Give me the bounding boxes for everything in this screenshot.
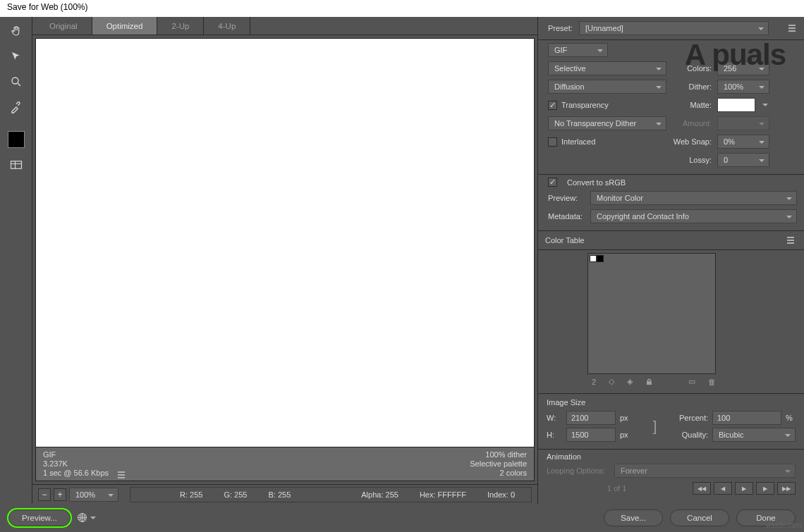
info-dither: 100% dither [470, 450, 527, 459]
width-unit: px [620, 414, 635, 422]
zoom-value: 100% [75, 490, 95, 499]
color-swatch-white[interactable] [590, 255, 597, 262]
preset-value: [Unnamed] [585, 24, 623, 32]
dither-label: Dither: [672, 82, 712, 91]
svg-point-0 [12, 78, 18, 84]
looping-label: Looping Options: [547, 466, 609, 475]
colors-dropdown[interactable]: 256 [717, 61, 769, 75]
color-table-title: Color Table [545, 236, 584, 245]
ct-shift-icon[interactable]: ◈ [627, 377, 633, 386]
percent-input[interactable]: 100 [712, 411, 781, 425]
prev-frame-button[interactable]: ◀ [714, 482, 732, 495]
done-button[interactable]: Done [736, 509, 796, 526]
last-frame-button[interactable]: ▶▶ [777, 482, 796, 495]
info-palette: Selective palette [470, 459, 527, 469]
cancel-button[interactable]: Cancel [670, 509, 729, 526]
color-reduction-dropdown[interactable]: Selective [548, 61, 666, 75]
percent-unit: % [786, 414, 796, 422]
first-frame-button[interactable]: ◀◀ [693, 482, 711, 495]
zoom-in-button[interactable]: + [54, 488, 66, 501]
convert-srgb-label: Convert to sRGB [567, 178, 626, 187]
zoom-level-dropdown[interactable]: 100% [69, 488, 118, 502]
preview-dropdown[interactable]: Monitor Color [590, 191, 797, 205]
transparency-checkbox[interactable] [548, 101, 557, 110]
frame-nav: ◀◀ ◀ ▶ ▶ ▶▶ [693, 482, 796, 495]
eyedropper-color-swatch[interactable] [8, 131, 25, 148]
tab-original[interactable]: Original [35, 17, 92, 35]
preview-value: Monitor Color [597, 194, 643, 202]
preset-dropdown[interactable]: [Unnamed] [579, 21, 769, 35]
height-input[interactable]: 1500 [566, 428, 616, 442]
interlaced-checkbox[interactable] [548, 137, 557, 147]
quality-dropdown[interactable]: Bicubic [712, 428, 796, 442]
matte-swatch[interactable] [717, 98, 755, 112]
tool-strip [0, 17, 32, 504]
ct-lock-icon[interactable]: 🔒︎ [645, 378, 653, 386]
preview-label: Preview: [548, 194, 585, 202]
status-alpha: Alpha: 255 [361, 490, 398, 499]
tab-2up[interactable]: 2-Up [157, 17, 204, 35]
lossy-label: Lossy: [672, 156, 712, 164]
status-r: R: 255 [180, 490, 202, 499]
toggle-slices-icon[interactable] [6, 156, 26, 173]
preset-menu-icon[interactable] [786, 22, 798, 35]
pixel-info: R: 255 G: 255 B: 255 Alpha: 255 Hex: FFF… [130, 487, 532, 502]
color-table-grid[interactable] [587, 253, 716, 374]
info-colors: 2 colors [470, 469, 527, 478]
slice-select-tool-icon[interactable] [6, 48, 26, 65]
tab-optimized[interactable]: Optimized [92, 17, 158, 35]
ct-new-icon[interactable]: ▭ [688, 377, 695, 386]
eyedropper-tool-icon[interactable] [6, 99, 26, 116]
websnap-value: 0% [724, 137, 735, 146]
transparency-label: Transparency [561, 101, 609, 109]
browser-icon[interactable]: 🌐︎ [78, 512, 87, 524]
colors-label: Colors: [672, 64, 712, 73]
status-g: G: 255 [224, 490, 247, 499]
file-type-dropdown[interactable]: GIF [548, 43, 608, 57]
websnap-dropdown[interactable]: 0% [717, 135, 769, 149]
transparency-dither-dropdown[interactable]: No Transparency Dither [548, 116, 666, 130]
status-index: Index: 0 [487, 490, 515, 499]
zoom-out-button[interactable]: − [38, 488, 51, 501]
settings-panel: Preset: [Unnamed] GIF Selective Colors: [537, 17, 804, 504]
width-label: W: [547, 414, 562, 422]
looping-value: Forever [621, 466, 647, 475]
convert-srgb-checkbox[interactable] [548, 178, 557, 187]
tab-4up[interactable]: 4-Up [204, 17, 250, 35]
animation-title: Animation [547, 452, 796, 461]
lossy-dropdown[interactable]: 0 [717, 153, 769, 167]
ct-delete-icon[interactable]: 🗑︎ [708, 378, 716, 386]
quality-value: Bicubic [719, 431, 743, 439]
download-rate-menu-icon[interactable] [115, 469, 128, 481]
dither-method-dropdown[interactable]: Diffusion [548, 80, 666, 94]
quality-label: Quality: [674, 431, 708, 439]
preview-button[interactable]: Preview... [8, 509, 71, 526]
play-button[interactable]: ▶ [735, 482, 753, 495]
constrain-proportions-icon[interactable]: ] [640, 419, 670, 435]
metadata-dropdown[interactable]: Copyright and Contact Info [590, 209, 797, 223]
preview-canvas[interactable] [35, 38, 535, 447]
colors-value: 256 [724, 64, 736, 73]
color-swatch-black[interactable] [597, 255, 604, 262]
browser-dropdown-arrow[interactable] [89, 511, 96, 525]
ct-snap-icon[interactable]: ◇ [609, 377, 614, 386]
frame-indicator: 1 of 1 [547, 484, 687, 493]
save-button[interactable]: Save... [604, 509, 663, 526]
status-bar: − + 100% R: 255 G: 255 B: 255 Alpha: 255… [32, 484, 537, 504]
percent-label: Percent: [674, 414, 708, 422]
color-table-menu-icon[interactable] [784, 234, 797, 247]
width-input[interactable]: 2100 [566, 411, 616, 425]
hand-tool-icon[interactable] [6, 23, 26, 39]
status-b: B: 255 [268, 490, 291, 499]
dither-value: 100% [724, 82, 743, 91]
color-reduction-value: Selective [554, 64, 586, 73]
dither-value-dropdown[interactable]: 100% [717, 80, 769, 94]
metadata-value: Copyright and Contact Info [597, 212, 689, 221]
next-frame-button[interactable]: ▶ [756, 482, 774, 495]
zoom-tool-icon[interactable] [6, 73, 26, 90]
looping-dropdown[interactable]: Forever [614, 464, 796, 478]
matte-dropdown-arrow[interactable] [761, 98, 768, 112]
interlaced-label: Interlaced [561, 137, 595, 146]
info-download-time: 1 sec @ 56.6 Kbps [43, 469, 109, 477]
file-type-value: GIF [554, 46, 567, 54]
